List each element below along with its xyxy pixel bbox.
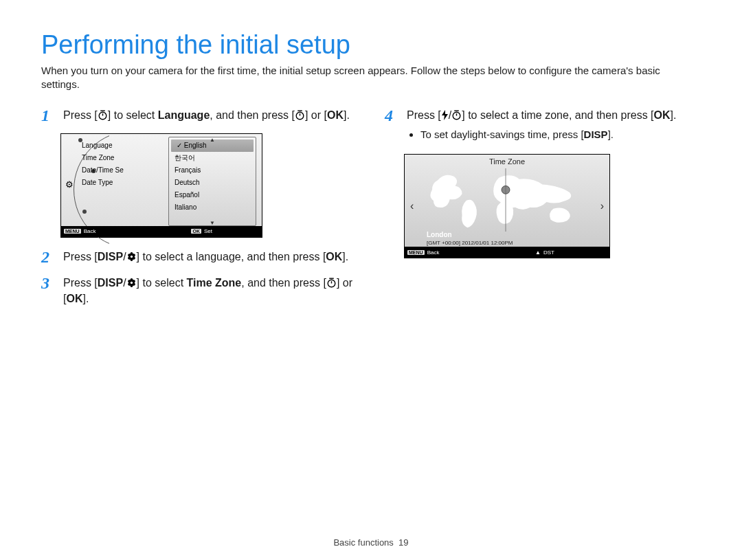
- txt: Press [: [407, 109, 441, 121]
- txt: English: [184, 142, 207, 149]
- txt: ].: [608, 128, 614, 140]
- language-panel: ▲ ✓ English 한국어 Français Deutsch Español…: [168, 137, 256, 226]
- svg-point-7: [130, 281, 132, 283]
- ok-icon: OK: [327, 109, 344, 121]
- lang-item: 한국어: [169, 152, 256, 164]
- left-menu-item: Date Type: [82, 177, 124, 189]
- bar-back: Back: [84, 228, 96, 234]
- footer-page: 19: [398, 537, 408, 548]
- step-number: 4: [385, 107, 400, 145]
- timer-icon: [295, 110, 305, 120]
- sub-bullet: To set daylight-savings time, press [DIS…: [420, 127, 701, 142]
- step-body: Press [DISP/] to select Time Zone, and t…: [63, 275, 357, 306]
- step-4: 4 Press [/] to select a time zone, and t…: [385, 107, 701, 145]
- txt: Press [: [63, 277, 98, 289]
- txt: ].: [82, 293, 89, 304]
- chevron-left-icon: ‹: [410, 200, 414, 212]
- dot-decor: [82, 210, 87, 214]
- bottom-bar: MENUBack ▲DST: [405, 247, 609, 258]
- step-body: Press [] to select Language, and then pr…: [63, 107, 357, 124]
- ok-tag: OK: [191, 229, 201, 234]
- world-map: [425, 168, 589, 232]
- txt: Press [: [63, 251, 98, 262]
- screenshot-timezone: Time Zone ‹ ›: [404, 154, 610, 258]
- left-menu-item: Time Zone: [82, 152, 124, 164]
- step-2: 2 Press [DISP/] to select a language, an…: [41, 249, 357, 265]
- left-menu-item: Date/Time Se: [82, 164, 124, 177]
- left-menu-item: Language: [82, 139, 124, 152]
- ok-icon: OK: [326, 251, 342, 262]
- txt: To set daylight-savings time, press [: [420, 128, 584, 140]
- screenshot-language: ⚙ Language Time Zone Date/Time Se Date T…: [60, 133, 262, 238]
- bar-set: Set: [204, 228, 212, 234]
- txt: , and then press [: [241, 277, 326, 289]
- bottom-bar: MENUBack OKSet: [61, 226, 262, 237]
- lang-item: Español: [169, 189, 256, 201]
- txt: ] or [: [305, 109, 327, 121]
- step-body: Press [/] to select a time zone, and the…: [407, 107, 701, 145]
- timer-icon: [98, 110, 108, 120]
- menu-tag: MENU: [64, 229, 81, 234]
- chevron-down-icon: ▼: [210, 220, 215, 226]
- ok-icon: OK: [66, 293, 82, 304]
- txt: ] to select: [137, 277, 187, 289]
- bold: Language: [158, 109, 210, 121]
- flower-icon: [126, 251, 137, 262]
- gear-icon: ⚙: [65, 179, 74, 190]
- page-footer: Basic functions 19: [0, 537, 742, 548]
- txt: Press [: [63, 109, 98, 121]
- step-number: 1: [41, 107, 56, 124]
- tz-gmt: [GMT +00:00] 2012/01/01 12:00PM: [427, 240, 513, 246]
- txt: ].: [671, 109, 677, 121]
- flower-icon: [126, 278, 137, 288]
- step-number: 2: [41, 249, 56, 265]
- menu-tag: MENU: [407, 250, 425, 255]
- bold: Time Zone: [187, 277, 242, 289]
- bar-dst: DST: [543, 249, 554, 256]
- lang-item: Français: [169, 164, 256, 177]
- disp-icon: DISP: [98, 277, 123, 289]
- up-triangle-icon: ▲: [535, 249, 541, 256]
- tz-title: Time Zone: [405, 157, 609, 166]
- txt: ].: [342, 251, 348, 262]
- check-icon: ✓: [177, 142, 182, 149]
- txt: ] to select: [108, 109, 158, 121]
- txt: ] to select a language, and then press [: [137, 251, 326, 262]
- txt: ] to select a time zone, and then press …: [462, 109, 653, 121]
- tz-city: London: [427, 231, 452, 238]
- ok-icon: OK: [654, 109, 671, 121]
- disp-icon: DISP: [98, 251, 123, 262]
- step-3: 3 Press [DISP/] to select Time Zone, and…: [41, 275, 357, 306]
- bar-back: Back: [427, 249, 440, 256]
- txt: , and then press [: [210, 109, 295, 121]
- chevron-right-icon: ›: [600, 200, 604, 212]
- chevron-up-icon: ▲: [210, 137, 215, 143]
- lang-item: Deutsch: [169, 177, 256, 189]
- step-1: 1 Press [] to select Language, and then …: [41, 107, 357, 124]
- intro-text: When you turn on your camera for the fir…: [41, 64, 701, 92]
- timer-icon: [326, 278, 337, 288]
- page-title: Performing the initial setup: [41, 30, 701, 60]
- txt: ].: [344, 109, 350, 121]
- footer-section: Basic functions: [333, 537, 393, 548]
- step-body: Press [DISP/] to select a language, and …: [63, 249, 357, 265]
- left-menu-list: Language Time Zone Date/Time Se Date Typ…: [82, 139, 124, 189]
- timer-icon: [451, 110, 462, 120]
- flash-icon: [441, 110, 449, 120]
- disp-icon: DISP: [584, 128, 608, 140]
- step-number: 3: [41, 275, 56, 306]
- svg-point-6: [130, 255, 132, 257]
- lang-item: Italiano: [169, 201, 256, 214]
